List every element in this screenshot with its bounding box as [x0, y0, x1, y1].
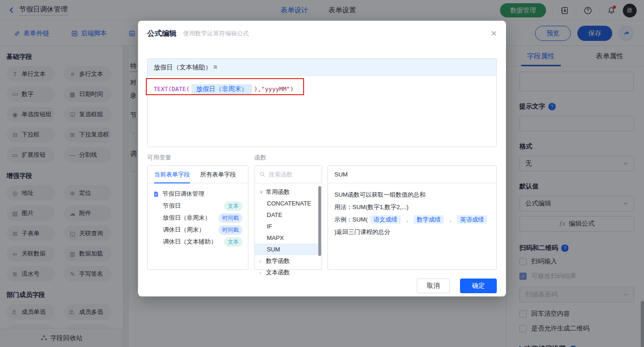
function-group-math[interactable]: › 数学函数: [255, 255, 322, 267]
example-suffix: )返回三门课程的总分: [334, 228, 390, 235]
search-icon: [259, 171, 265, 177]
modal-header: 公式编辑 使用数学运算符编辑公式 ×: [138, 21, 506, 46]
formula-text: ): [290, 85, 294, 92]
function-group-common[interactable]: ∨ 常用函数: [255, 186, 322, 198]
formula-editor-modal: 公式编辑 使用数学运算符编辑公式 × 放假日（文本辅助） = TEXT(DATE…: [138, 21, 506, 296]
formula-text: ),: [254, 85, 261, 92]
root-label: 节假日调休管理: [162, 190, 204, 198]
function-item-if[interactable]: IF: [255, 221, 322, 232]
variable-name: 调休日（周末）: [163, 226, 205, 234]
function-item-mapx[interactable]: MAPX: [255, 232, 322, 244]
tab-all-form-fields[interactable]: 所有表单字段: [200, 166, 236, 183]
group-label: 文本函数: [266, 268, 290, 277]
example-prefix: 示例：SUM(: [334, 216, 368, 223]
variable-row[interactable]: 调休日（文本辅助） 文本: [153, 236, 242, 248]
example-chip: 语文成绩: [370, 215, 401, 224]
variable-name: 调休日（文本辅助）: [163, 238, 217, 246]
formula-function-text: TEXT(DATE(: [154, 85, 190, 92]
variables-tabs: 当前表单字段 所有表单字段: [148, 166, 248, 183]
function-search-input[interactable]: [269, 171, 315, 178]
variables-tree: 节假日调休管理 节假日 文本 放假日（非周末） 时间戳 调休日（周末） 时间戳: [148, 183, 248, 252]
formula-string-literal: "yyyyMM": [261, 85, 290, 92]
function-item-sum[interactable]: SUM: [255, 244, 322, 255]
type-badge: 时间戳: [218, 225, 242, 235]
cancel-button[interactable]: 取消: [417, 279, 450, 293]
formula-editor: 放假日（文本辅助） = TEXT(DATE( 放假日（非周末） ), "yyyy…: [147, 58, 497, 147]
type-badge: 文本: [224, 201, 242, 211]
field-chip[interactable]: 放假日（非周末）: [191, 84, 252, 94]
type-badge: 文本: [224, 237, 242, 247]
confirm-button[interactable]: 确定: [460, 279, 497, 293]
function-detail-title: SUM: [328, 166, 496, 183]
example-comma: ，: [404, 216, 410, 223]
variable-name: 节假日: [163, 202, 181, 210]
chevron-right-icon: ›: [259, 270, 263, 275]
formula-target: 放假日（文本辅助） =: [148, 59, 496, 76]
function-search: [255, 166, 322, 183]
function-detail-body: SUM函数可以获取一组数值的总和 用法：SUM(数字1,数字2,...) 示例：…: [328, 183, 496, 243]
page-scrollbar[interactable]: [641, 301, 644, 347]
group-label: 常用函数: [266, 188, 290, 196]
modal-subtitle: 使用数学运算符编辑公式: [183, 29, 249, 38]
tab-current-form-fields[interactable]: 当前表单字段: [154, 166, 190, 183]
function-group-text[interactable]: › 文本函数: [255, 267, 322, 278]
function-example: 示例：SUM( 语文成绩 ， 数学成绩 ， 英语成绩 )返回三门课程的总分: [334, 213, 490, 238]
variable-row[interactable]: 放假日（非周末） 时间戳: [153, 212, 242, 224]
function-item-concatenate[interactable]: CONCATENATE: [255, 198, 322, 209]
function-usage: 用法：SUM(数字1,数字2,...): [334, 201, 490, 213]
example-comma: ，: [448, 216, 454, 223]
function-list: ∨ 常用函数 CONCATENATE DATE IF MAPX SUM › 数学…: [255, 183, 322, 281]
panel-labels: 可用变量 函数: [147, 154, 497, 162]
formula-input-area[interactable]: TEXT(DATE( 放假日（非周末） ), "yyyyMM" ): [148, 76, 496, 147]
chevron-down-icon: ∨: [259, 189, 263, 195]
variable-name: 放假日（非周末）: [163, 214, 211, 222]
variables-panel: 当前表单字段 所有表单字段 节假日调休管理 节假日 文本: [147, 165, 248, 270]
type-badge: 时间戳: [218, 213, 242, 223]
function-list-scrollbar[interactable]: [318, 186, 321, 256]
document-icon: [153, 191, 159, 197]
close-icon[interactable]: ×: [491, 28, 497, 39]
chevron-right-icon: ›: [259, 258, 263, 264]
functions-label: 函数: [254, 154, 266, 162]
functions-panel: ∨ 常用函数 CONCATENATE DATE IF MAPX SUM › 数学…: [254, 165, 322, 270]
formula-expression: TEXT(DATE( 放假日（非周末） ), "yyyyMM" ): [154, 82, 293, 96]
variables-label: 可用变量: [147, 154, 254, 162]
example-chip: 英语成绩: [457, 215, 487, 224]
variables-root[interactable]: 节假日调休管理: [153, 188, 242, 200]
function-detail-panel: SUM SUM函数可以获取一组数值的总和 用法：SUM(数字1,数字2,...)…: [328, 165, 497, 270]
function-description: SUM函数可以获取一组数值的总和: [334, 188, 490, 201]
variable-row[interactable]: 调休日（周末） 时间戳: [153, 224, 242, 236]
group-label: 数学函数: [266, 257, 290, 265]
function-item-date[interactable]: DATE: [255, 209, 322, 221]
modal-title: 公式编辑: [147, 29, 177, 39]
example-chip: 数学成绩: [414, 215, 444, 224]
variable-row[interactable]: 节假日 文本: [153, 200, 242, 212]
modal-footer: 取消 确定: [147, 279, 497, 293]
